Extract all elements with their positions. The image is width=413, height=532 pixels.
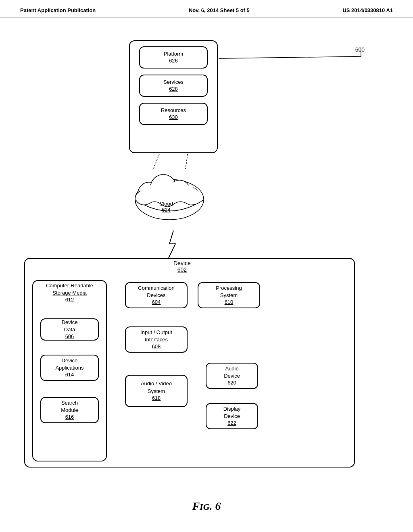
comm-devices-box: CommunicationDevices 604 [125,282,188,308]
svg-point-9 [150,175,176,200]
av-system-box: Audio / VideoSystem 618 [125,375,188,407]
page-header: Patent Application Publication Nov. 6, 2… [0,0,413,18]
svg-point-7 [135,179,204,220]
ref-600-label: 600 [355,46,365,53]
figure-label: FIG. 6 [0,500,413,513]
platform-box: Platform 626 [139,46,208,69]
device-label: Device 602 [173,260,191,273]
services-num: 628 [169,86,178,93]
svg-line-2 [153,154,159,169]
services-box: Services 628 [139,75,208,97]
device-data-box: DeviceData 606 [40,318,99,341]
svg-point-11 [182,187,200,205]
io-interfaces-box: Input / OutputInterfaces 608 [125,326,188,353]
display-device-box: DisplayDevice 622 [206,403,258,429]
resources-label: Resources [161,107,186,114]
header-right: US 2014/0330810 A1 [342,7,393,13]
header-mid: Nov. 6, 2014 Sheet 5 of 5 [189,7,250,13]
device-apps-box: DeviceApplications 614 [40,355,99,381]
svg-point-12 [135,191,151,207]
svg-point-13 [136,182,203,218]
svg-point-8 [138,182,161,205]
header-left: Patent Application Publication [20,7,96,13]
svg-point-10 [169,180,190,201]
audio-device-box: AudioDevice 620 [206,363,258,389]
platform-label: Platform [164,50,183,58]
services-label: Services [163,79,184,86]
resources-num: 630 [169,114,178,121]
resources-box: Resources 630 [139,103,208,125]
svg-line-0 [219,56,361,58]
search-module-box: SearchModule 616 [40,397,99,423]
crsm-label: Computer-ReadableStorage Media 612 [34,282,105,303]
svg-line-3 [186,154,188,169]
processing-system-box: ProcessingSystem 610 [198,282,260,308]
cloud-label: Cloud 624 [159,201,173,213]
platform-num: 626 [169,58,178,64]
